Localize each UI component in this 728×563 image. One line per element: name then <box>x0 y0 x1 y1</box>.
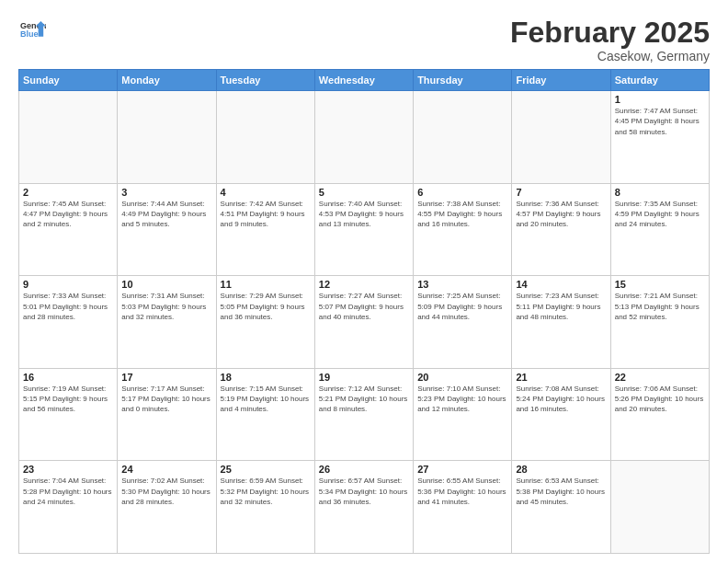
table-row: 5Sunrise: 7:40 AM Sunset: 4:53 PM Daylig… <box>314 183 413 276</box>
day-number: 9 <box>23 279 113 290</box>
day-number: 12 <box>319 279 409 290</box>
table-row: 1Sunrise: 7:47 AM Sunset: 4:45 PM Daylig… <box>610 91 709 184</box>
day-info: Sunrise: 7:31 AM Sunset: 5:03 PM Dayligh… <box>121 291 211 322</box>
day-info: Sunrise: 6:53 AM Sunset: 5:38 PM Dayligh… <box>516 476 606 507</box>
col-tuesday: Tuesday <box>216 70 314 91</box>
day-info: Sunrise: 7:40 AM Sunset: 4:53 PM Dayligh… <box>319 199 409 230</box>
table-row: 18Sunrise: 7:15 AM Sunset: 5:19 PM Dayli… <box>216 368 314 461</box>
table-row <box>216 91 314 184</box>
col-sunday: Sunday <box>19 70 118 91</box>
table-row: 11Sunrise: 7:29 AM Sunset: 5:05 PM Dayli… <box>216 276 314 369</box>
col-wednesday: Wednesday <box>314 70 413 91</box>
col-monday: Monday <box>118 70 216 91</box>
day-info: Sunrise: 6:55 AM Sunset: 5:36 PM Dayligh… <box>417 476 507 507</box>
day-info: Sunrise: 7:47 AM Sunset: 4:45 PM Dayligh… <box>615 106 705 137</box>
table-row: 17Sunrise: 7:17 AM Sunset: 5:17 PM Dayli… <box>118 368 216 461</box>
table-row: 16Sunrise: 7:19 AM Sunset: 5:15 PM Dayli… <box>19 368 118 461</box>
table-row: 14Sunrise: 7:23 AM Sunset: 5:11 PM Dayli… <box>512 276 610 369</box>
day-number: 8 <box>615 187 705 198</box>
day-info: Sunrise: 7:33 AM Sunset: 5:01 PM Dayligh… <box>23 291 113 322</box>
day-number: 23 <box>23 464 113 475</box>
table-row: 3Sunrise: 7:44 AM Sunset: 4:49 PM Daylig… <box>118 183 216 276</box>
table-row <box>118 91 216 184</box>
day-number: 14 <box>516 279 606 290</box>
logo: General Blue <box>18 17 46 46</box>
day-info: Sunrise: 7:45 AM Sunset: 4:47 PM Dayligh… <box>23 199 113 230</box>
day-number: 21 <box>516 372 606 383</box>
day-info: Sunrise: 7:23 AM Sunset: 5:11 PM Dayligh… <box>516 291 606 322</box>
day-number: 24 <box>121 464 211 475</box>
title-block: February 2025 Casekow, Germany <box>510 17 710 63</box>
table-row: 2Sunrise: 7:45 AM Sunset: 4:47 PM Daylig… <box>19 183 118 276</box>
day-info: Sunrise: 7:29 AM Sunset: 5:05 PM Dayligh… <box>221 291 311 322</box>
month-title: February 2025 <box>510 17 710 49</box>
day-number: 20 <box>417 372 507 383</box>
calendar: Sunday Monday Tuesday Wednesday Thursday… <box>18 69 710 554</box>
day-number: 5 <box>319 187 409 198</box>
table-row <box>414 91 512 184</box>
header: General Blue February 2025 Casekow, Germ… <box>18 17 710 63</box>
day-number: 2 <box>23 187 113 198</box>
table-row: 8Sunrise: 7:35 AM Sunset: 4:59 PM Daylig… <box>610 183 709 276</box>
table-row: 6Sunrise: 7:38 AM Sunset: 4:55 PM Daylig… <box>414 183 512 276</box>
day-info: Sunrise: 7:27 AM Sunset: 5:07 PM Dayligh… <box>319 291 409 322</box>
location: Casekow, Germany <box>510 49 710 63</box>
day-info: Sunrise: 6:59 AM Sunset: 5:32 PM Dayligh… <box>221 476 311 507</box>
day-number: 3 <box>121 187 211 198</box>
page: General Blue February 2025 Casekow, Germ… <box>0 0 728 563</box>
day-info: Sunrise: 7:44 AM Sunset: 4:49 PM Dayligh… <box>121 199 211 230</box>
table-row: 23Sunrise: 7:04 AM Sunset: 5:28 PM Dayli… <box>19 461 118 554</box>
table-row <box>19 91 118 184</box>
day-info: Sunrise: 7:35 AM Sunset: 4:59 PM Dayligh… <box>615 199 705 230</box>
day-number: 16 <box>23 372 113 383</box>
table-row: 20Sunrise: 7:10 AM Sunset: 5:23 PM Dayli… <box>414 368 512 461</box>
calendar-header-row: Sunday Monday Tuesday Wednesday Thursday… <box>19 70 710 91</box>
day-number: 4 <box>221 187 311 198</box>
day-info: Sunrise: 7:15 AM Sunset: 5:19 PM Dayligh… <box>221 384 311 415</box>
day-info: Sunrise: 6:57 AM Sunset: 5:34 PM Dayligh… <box>319 476 409 507</box>
day-number: 11 <box>221 279 311 290</box>
day-info: Sunrise: 7:21 AM Sunset: 5:13 PM Dayligh… <box>615 291 705 322</box>
table-row <box>314 91 413 184</box>
day-info: Sunrise: 7:08 AM Sunset: 5:24 PM Dayligh… <box>516 384 606 415</box>
calendar-week-row: 2Sunrise: 7:45 AM Sunset: 4:47 PM Daylig… <box>19 183 710 276</box>
table-row <box>610 461 709 554</box>
table-row: 24Sunrise: 7:02 AM Sunset: 5:30 PM Dayli… <box>118 461 216 554</box>
table-row: 7Sunrise: 7:36 AM Sunset: 4:57 PM Daylig… <box>512 183 610 276</box>
table-row: 28Sunrise: 6:53 AM Sunset: 5:38 PM Dayli… <box>512 461 610 554</box>
table-row: 25Sunrise: 6:59 AM Sunset: 5:32 PM Dayli… <box>216 461 314 554</box>
day-number: 25 <box>221 464 311 475</box>
day-number: 7 <box>516 187 606 198</box>
table-row: 9Sunrise: 7:33 AM Sunset: 5:01 PM Daylig… <box>19 276 118 369</box>
table-row <box>512 91 610 184</box>
day-info: Sunrise: 7:12 AM Sunset: 5:21 PM Dayligh… <box>319 384 409 415</box>
table-row: 22Sunrise: 7:06 AM Sunset: 5:26 PM Dayli… <box>610 368 709 461</box>
table-row: 15Sunrise: 7:21 AM Sunset: 5:13 PM Dayli… <box>610 276 709 369</box>
day-number: 19 <box>319 372 409 383</box>
day-number: 22 <box>615 372 705 383</box>
table-row: 10Sunrise: 7:31 AM Sunset: 5:03 PM Dayli… <box>118 276 216 369</box>
day-number: 27 <box>417 464 507 475</box>
calendar-week-row: 1Sunrise: 7:47 AM Sunset: 4:45 PM Daylig… <box>19 91 710 184</box>
calendar-week-row: 9Sunrise: 7:33 AM Sunset: 5:01 PM Daylig… <box>19 276 710 369</box>
col-saturday: Saturday <box>610 70 709 91</box>
day-info: Sunrise: 7:06 AM Sunset: 5:26 PM Dayligh… <box>615 384 705 415</box>
day-info: Sunrise: 7:17 AM Sunset: 5:17 PM Dayligh… <box>121 384 211 415</box>
table-row: 12Sunrise: 7:27 AM Sunset: 5:07 PM Dayli… <box>314 276 413 369</box>
table-row: 26Sunrise: 6:57 AM Sunset: 5:34 PM Dayli… <box>314 461 413 554</box>
day-info: Sunrise: 7:02 AM Sunset: 5:30 PM Dayligh… <box>121 476 211 507</box>
col-friday: Friday <box>512 70 610 91</box>
logo-icon: General Blue <box>20 17 46 42</box>
calendar-week-row: 16Sunrise: 7:19 AM Sunset: 5:15 PM Dayli… <box>19 368 710 461</box>
table-row: 21Sunrise: 7:08 AM Sunset: 5:24 PM Dayli… <box>512 368 610 461</box>
day-info: Sunrise: 7:10 AM Sunset: 5:23 PM Dayligh… <box>417 384 507 415</box>
table-row: 19Sunrise: 7:12 AM Sunset: 5:21 PM Dayli… <box>314 368 413 461</box>
day-number: 28 <box>516 464 606 475</box>
day-number: 26 <box>319 464 409 475</box>
table-row: 13Sunrise: 7:25 AM Sunset: 5:09 PM Dayli… <box>414 276 512 369</box>
day-number: 1 <box>615 94 705 105</box>
table-row: 4Sunrise: 7:42 AM Sunset: 4:51 PM Daylig… <box>216 183 314 276</box>
day-number: 17 <box>121 372 211 383</box>
calendar-week-row: 23Sunrise: 7:04 AM Sunset: 5:28 PM Dayli… <box>19 461 710 554</box>
day-number: 6 <box>417 187 507 198</box>
